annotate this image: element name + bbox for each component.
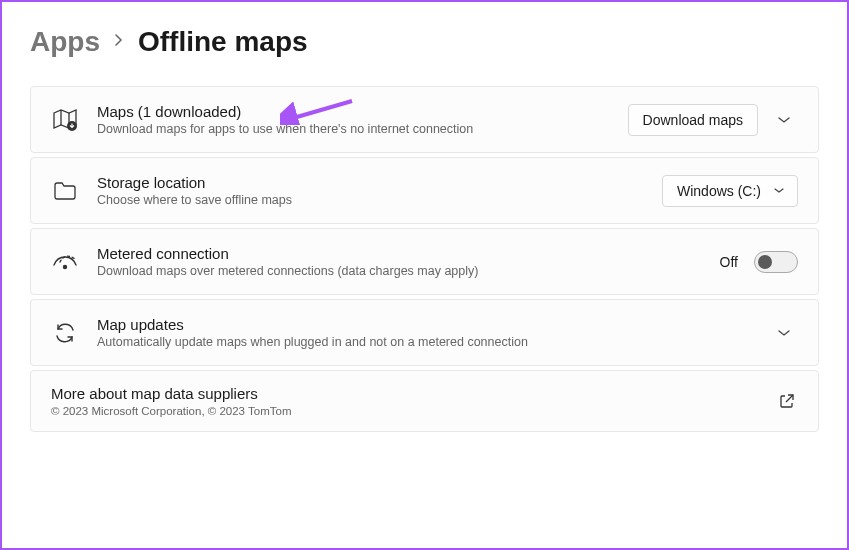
storage-dropdown[interactable]: Windows (C:) [662,175,798,207]
toggle-knob [758,255,772,269]
suppliers-card[interactable]: More about map data suppliers © 2023 Mic… [30,370,819,432]
metered-icon [51,248,79,276]
storage-dropdown-label: Windows (C:) [677,183,761,199]
chevron-right-icon [114,33,124,51]
maps-title: Maps (1 downloaded) [97,103,610,120]
expand-button[interactable] [770,106,798,134]
download-maps-button[interactable]: Download maps [628,104,758,136]
map-download-icon [51,106,79,134]
sync-icon [51,319,79,347]
metered-toggle[interactable] [754,251,798,273]
storage-card: Storage location Choose where to save of… [30,157,819,224]
metered-title: Metered connection [97,245,702,262]
svg-point-1 [64,265,67,268]
breadcrumb-parent[interactable]: Apps [30,26,100,58]
storage-subtitle: Choose where to save offline maps [97,193,644,207]
external-link-icon [776,390,798,412]
updates-subtitle: Automatically update maps when plugged i… [97,335,752,349]
breadcrumb: Apps Offline maps [30,26,819,58]
metered-subtitle: Download maps over metered connections (… [97,264,702,278]
expand-button[interactable] [770,319,798,347]
chevron-down-icon [773,187,785,194]
updates-title: Map updates [97,316,752,333]
updates-card: Map updates Automatically update maps wh… [30,299,819,366]
storage-title: Storage location [97,174,644,191]
toggle-label: Off [720,254,738,270]
maps-card: Maps (1 downloaded) Download maps for ap… [30,86,819,153]
suppliers-title: More about map data suppliers [51,385,758,402]
page-title: Offline maps [138,26,308,58]
suppliers-subtitle: © 2023 Microsoft Corporation, © 2023 Tom… [51,405,758,417]
metered-card: Metered connection Download maps over me… [30,228,819,295]
maps-subtitle: Download maps for apps to use when there… [97,122,610,136]
folder-icon [51,177,79,205]
